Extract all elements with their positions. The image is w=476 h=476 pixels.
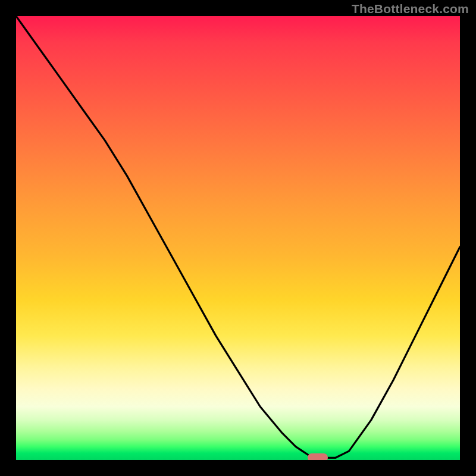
plot-area xyxy=(16,16,460,460)
chart-frame: TheBottleneck.com xyxy=(0,0,476,476)
curve-path xyxy=(16,16,460,458)
bottleneck-curve xyxy=(16,16,460,460)
watermark-text: TheBottleneck.com xyxy=(352,2,469,16)
optimal-marker xyxy=(308,453,328,460)
